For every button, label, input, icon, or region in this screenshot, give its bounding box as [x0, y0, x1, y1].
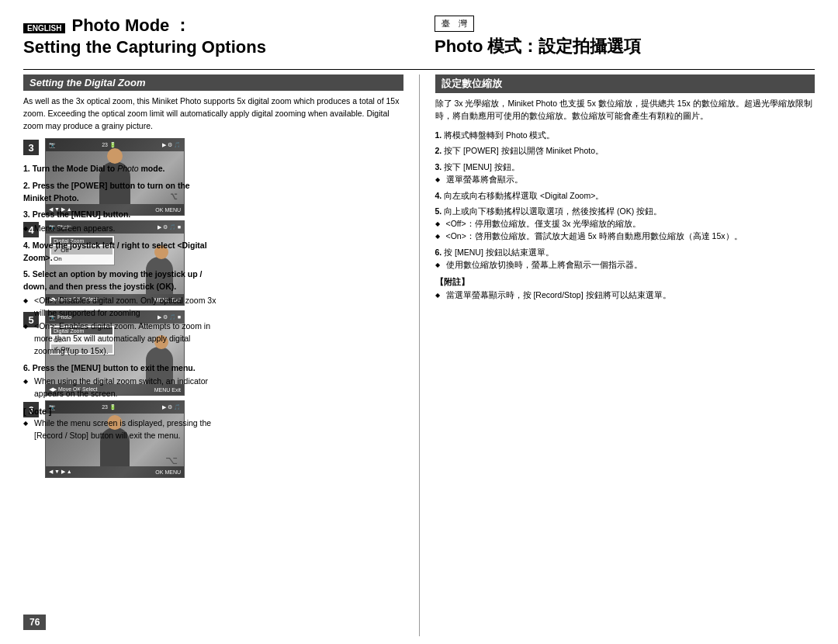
cn-step-2-text: 按下 [POWER] 按鈕以開啓 Miniket Photo。 [444, 146, 604, 155]
left-steps-overlay: 1. Turn the Mode Dial to Photo mode. 2. … [23, 163, 217, 443]
right-note-bullet: 當選單螢幕顯示時，按 [Record/Stop] 按鈕將可以結束選單。 [435, 289, 815, 302]
english-badge: ENGLISH [23, 23, 65, 33]
cn-step-6-bullet: 使用數位縮放切換時，螢幕上將會顯示一個指示器。 [435, 259, 815, 272]
cn-step-6-text: 按 [MENU] 按鈕以結束選單。 [444, 248, 554, 257]
figure-head-3 [107, 148, 123, 164]
cn-step-3-text: 按下 [MENU] 按鈕。 [444, 162, 520, 171]
left-note-title: [ Note ] [23, 407, 217, 416]
cn-step-1-text: 將模式轉盤轉到 Photo 模式。 [444, 130, 555, 140]
step-number-3: 3 [23, 140, 39, 155]
cn-step-5-num: 5. [435, 206, 442, 216]
right-note: 【附註】 當選單螢幕顯示時，按 [Record/Stop] 按鈕將可以結束選單。 [435, 277, 815, 302]
right-intro: 除了 3x 光學縮放，Miniket Photo 也支援 5x 數位縮放，提供總… [435, 98, 815, 123]
header-divider [23, 69, 815, 70]
left-step-1: 1. Turn the Mode Dial to Photo mode. [23, 163, 217, 175]
cn-step-5-text: 向上或向下移動搖桿以選取選項，然後按搖桿 (OK) 按鈕。 [444, 206, 662, 216]
page-title-sub: Setting the Capturing Options [23, 37, 403, 57]
left-step-6: 6. Press the [MENU] button to exit the m… [23, 362, 217, 400]
left-step-5-bullet-2: <On>: Enables digital zoom. Attempts to … [23, 320, 217, 357]
cn-step-5: 5. 向上或向下移動搖桿以選取選項，然後按搖桿 (OK) 按鈕。 <Off>：停… [435, 205, 815, 242]
right-column: 設定數位縮放 除了 3x 光學縮放，Miniket Photo 也支援 5x 數… [420, 74, 815, 636]
left-intro: As well as the 3x optical zoom, this Min… [23, 95, 403, 132]
chinese-title: Photo 模式：設定拍攝選項 [435, 35, 641, 58]
camera-mode-3: ▶ ⚙ 🎵 [162, 142, 181, 148]
cn-step-5-bullet-2: <On>：啓用數位縮放。嘗試放大超過 5x 時將自動應用數位縮放（高達 15x）… [435, 230, 815, 243]
left-step-2: 2. Press the [POWER] button to turn on t… [23, 180, 217, 205]
page-header: ENGLISH Photo Mode ： Setting the Capturi… [23, 16, 815, 58]
right-header: 臺 灣 Photo 模式：設定拍攝選項 [403, 16, 815, 58]
left-steps-list: 1. Turn the Mode Dial to Photo mode. 2. … [23, 163, 217, 400]
left-header: ENGLISH Photo Mode ： Setting the Capturi… [23, 16, 403, 58]
left-icons-6: ◀ ▼ ▶ ▲ [49, 469, 72, 475]
right-note-title: 【附註】 [435, 277, 815, 288]
left-step-5-bullet-1: <Off>: Disables digital zoom. Only optic… [23, 295, 217, 320]
left-step-3: 3. Press the [MENU] button. Menu screen … [23, 209, 217, 235]
cn-step-4-num: 4. [435, 191, 442, 200]
right-icons-6: OK MENU [155, 469, 181, 475]
cn-step-6: 6. 按 [MENU] 按鈕以結束選單。 使用數位縮放切換時，螢幕上將會顯示一個… [435, 246, 815, 272]
left-section-header: Setting the Digital Zoom [23, 74, 403, 91]
left-step-3-bullet: Menu screen appears. [23, 223, 217, 235]
cn-step-6-num: 6. [435, 248, 442, 257]
left-step-5: 5. Select an option by moving the joysti… [23, 268, 217, 357]
page-title-main: Photo Mode ： [71, 16, 191, 36]
page-number: 76 [23, 615, 46, 630]
cn-step-2-num: 2. [435, 146, 442, 155]
taiwan-badge: 臺 灣 [435, 16, 474, 32]
cn-step-4-text: 向左或向右移動搖桿選取 <Digital Zoom>。 [444, 191, 604, 200]
left-note: [ Note ] While the menu screen is displa… [23, 407, 217, 442]
cn-step-5-bullet-1: <Off>：停用數位縮放。僅支援 3x 光學縮放的縮放。 [435, 218, 815, 230]
camera-info-3: 23 🔋 [102, 142, 116, 148]
right-section-header: 設定數位縮放 [435, 74, 815, 93]
cn-step-2: 2. 按下 [POWER] 按鈕以開啓 Miniket Photo。 [435, 144, 815, 158]
right-steps: 1. 將模式轉盤轉到 Photo 模式。 2. 按下 [POWER] 按鈕以開啓… [435, 129, 815, 272]
camera-bottom-bar-6: ◀ ▼ ▶ ▲ OK MENU [46, 466, 184, 477]
cn-step-3-num: 3. [435, 162, 442, 171]
left-note-bullet: While the menu screen is displayed, pres… [23, 417, 217, 442]
camera-icon-3: 📷 [49, 142, 56, 148]
cn-step-1-num: 1. [435, 130, 442, 140]
cn-step-4: 4. 向左或向右移動搖桿選取 <Digital Zoom>。 [435, 189, 815, 203]
cn-step-1: 1. 將模式轉盤轉到 Photo 模式。 [435, 129, 815, 142]
cn-step-3: 3. 按下 [MENU] 按鈕。 選單螢幕將會顯示。 [435, 161, 815, 186]
cn-step-3-bullet: 選單螢幕將會顯示。 [435, 174, 815, 186]
left-step-4: 4. Move the joystick left / right to sel… [23, 240, 217, 265]
tripod-6: ⌥ [165, 454, 178, 466]
left-step-6-bullet: When using the digital zoom switch, an i… [23, 376, 217, 400]
